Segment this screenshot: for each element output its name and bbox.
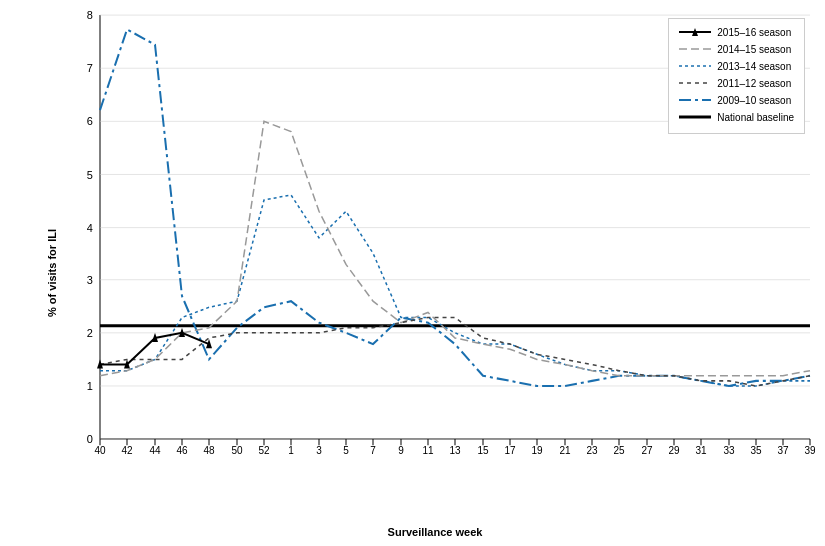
svg-text:27: 27 (641, 445, 652, 456)
svg-text:1: 1 (87, 380, 93, 392)
svg-text:7: 7 (87, 62, 93, 74)
svg-text:5: 5 (343, 445, 349, 456)
legend-label-baseline: National baseline (717, 112, 794, 123)
legend-label-2011-12: 2011–12 season (717, 78, 791, 89)
svg-text:44: 44 (149, 445, 160, 456)
line-2013-14 (100, 195, 810, 386)
x-axis-label: Surveillance week (55, 526, 815, 538)
legend-line-baseline (679, 110, 711, 124)
legend-item-2013-14: 2013–14 season (679, 59, 794, 73)
svg-text:3: 3 (87, 274, 93, 286)
svg-text:2: 2 (87, 327, 93, 339)
svg-text:8: 8 (87, 10, 93, 21)
svg-text:3: 3 (316, 445, 322, 456)
svg-text:1: 1 (288, 445, 294, 456)
svg-text:52: 52 (258, 445, 269, 456)
legend-label-2014-15: 2014–15 season (717, 44, 791, 55)
svg-text:7: 7 (370, 445, 376, 456)
svg-text:19: 19 (531, 445, 542, 456)
legend-line-2015-16 (679, 25, 711, 39)
chart-legend: 2015–16 season 2014–15 season 2013–14 se… (668, 18, 805, 134)
svg-text:31: 31 (695, 445, 706, 456)
svg-text:4: 4 (87, 222, 93, 234)
svg-text:33: 33 (723, 445, 734, 456)
svg-text:15: 15 (477, 445, 488, 456)
svg-text:50: 50 (231, 445, 242, 456)
legend-label-2009-10: 2009–10 season (717, 95, 791, 106)
svg-text:29: 29 (668, 445, 679, 456)
svg-text:11: 11 (422, 445, 433, 456)
svg-text:21: 21 (559, 445, 570, 456)
svg-text:37: 37 (777, 445, 788, 456)
svg-text:42: 42 (121, 445, 132, 456)
svg-text:40: 40 (94, 445, 105, 456)
svg-text:5: 5 (87, 168, 93, 180)
legend-item-2015-16: 2015–16 season (679, 25, 794, 39)
legend-item-2011-12: 2011–12 season (679, 76, 794, 90)
svg-text:48: 48 (203, 445, 214, 456)
legend-item-2014-15: 2014–15 season (679, 42, 794, 56)
legend-item-2009-10: 2009–10 season (679, 93, 794, 107)
legend-line-2011-12 (679, 76, 711, 90)
legend-item-baseline: National baseline (679, 110, 794, 124)
svg-text:0: 0 (87, 433, 93, 445)
svg-text:25: 25 (613, 445, 624, 456)
svg-text:46: 46 (176, 445, 187, 456)
legend-line-2014-15 (679, 42, 711, 56)
legend-label-2015-16: 2015–16 season (717, 27, 791, 38)
chart-container: % of visits for ILI 0 1 2 3 4 5 6 7 8 40 (0, 0, 825, 546)
svg-text:17: 17 (504, 445, 515, 456)
svg-text:39: 39 (804, 445, 815, 456)
svg-text:13: 13 (449, 445, 460, 456)
legend-label-2013-14: 2013–14 season (717, 61, 791, 72)
svg-text:23: 23 (586, 445, 597, 456)
line-2014-15 (100, 121, 810, 375)
svg-text:35: 35 (750, 445, 761, 456)
svg-text:9: 9 (398, 445, 404, 456)
legend-line-2009-10 (679, 93, 711, 107)
legend-line-2013-14 (679, 59, 711, 73)
svg-text:6: 6 (87, 115, 93, 127)
